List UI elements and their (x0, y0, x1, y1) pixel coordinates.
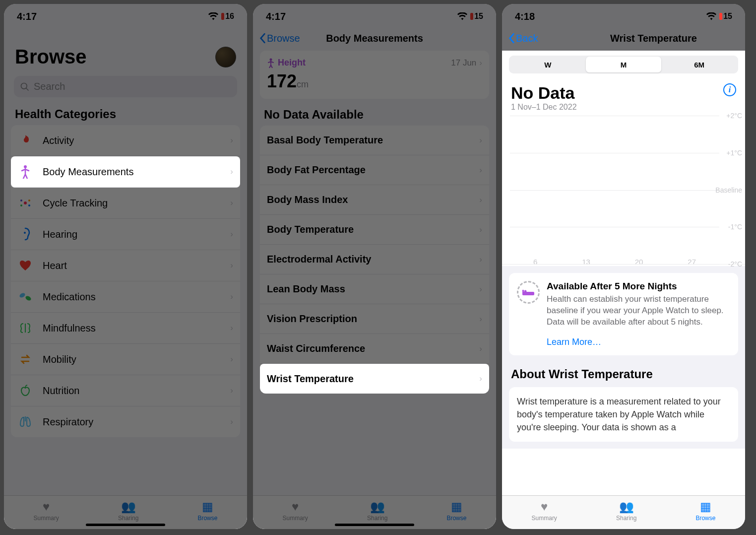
chart-title: No Data (511, 83, 574, 103)
category-activity[interactable]: Activity › (11, 125, 240, 156)
height-card[interactable]: Height 17 Jun › 172cm (260, 51, 489, 99)
category-label: Mobility (43, 354, 230, 365)
item-waist-circumference[interactable]: Waist Circumference › (260, 334, 489, 364)
item-body-fat-percentage[interactable]: Body Fat Percentage › (260, 155, 489, 185)
grid-icon: ▦ (451, 500, 462, 514)
pills-icon (18, 289, 33, 304)
learn-more-link[interactable]: Learn More… (547, 337, 730, 347)
wifi-icon (208, 12, 218, 20)
status-bar: 4:17 15 (253, 4, 496, 26)
item-label: Body Mass Index (267, 194, 479, 205)
chevron-right-icon: › (479, 374, 482, 384)
item-label: Electrodermal Activity (267, 254, 479, 265)
category-label: Nutrition (43, 385, 230, 397)
flame-icon (18, 133, 33, 148)
segment-w[interactable]: W (510, 57, 586, 72)
tab-summary[interactable]: ♥Summary (283, 500, 308, 526)
svg-point-11 (270, 58, 272, 61)
chevron-right-icon: › (479, 165, 482, 175)
home-indicator[interactable] (86, 524, 165, 526)
category-mindfulness[interactable]: Mindfulness › (11, 313, 240, 344)
chevron-right-icon: › (230, 292, 233, 302)
chevron-right-icon: › (479, 225, 482, 235)
info-button[interactable]: i (723, 83, 736, 96)
heart-icon (18, 258, 33, 273)
tab-browse[interactable]: ▦Browse (695, 500, 715, 526)
tab-browse[interactable]: ▦Browse (446, 500, 466, 526)
people-icon: 👥 (121, 500, 136, 514)
category-respiratory[interactable]: Respiratory › (11, 406, 240, 437)
item-body-mass-index[interactable]: Body Mass Index › (260, 185, 489, 215)
grid-icon: ▦ (700, 500, 711, 514)
wifi-icon (457, 12, 467, 20)
item-label: Vision Prescription (267, 313, 479, 325)
item-lean-body-mass[interactable]: Lean Body Mass › (260, 274, 489, 304)
segment-6m[interactable]: 6M (661, 57, 737, 72)
availability-card: Available After 5 More Nights Health can… (509, 273, 738, 355)
svg-point-5 (28, 200, 30, 201)
item-wrist-temperature[interactable]: Wrist Temperature › (260, 364, 489, 394)
gridline (510, 190, 719, 191)
category-hearing[interactable]: Hearing › (11, 219, 240, 250)
page-title: Browse (15, 46, 87, 68)
tab-browse[interactable]: ▦Browse (197, 500, 217, 526)
item-label: Lean Body Mass (267, 283, 479, 295)
tab-summary[interactable]: ♥Summary (34, 500, 59, 526)
arrows-icon (18, 352, 33, 367)
svg-point-7 (28, 204, 30, 206)
avatar[interactable] (215, 47, 236, 67)
item-body-temperature[interactable]: Body Temperature › (260, 215, 489, 245)
wifi-icon (706, 12, 716, 20)
chevron-right-icon: › (230, 323, 233, 333)
category-nutrition[interactable]: Nutrition › (11, 375, 240, 406)
category-mobility[interactable]: Mobility › (11, 344, 240, 375)
category-cycle-tracking[interactable]: Cycle Tracking › (11, 188, 240, 219)
category-heart[interactable]: Heart › (11, 250, 240, 281)
item-electrodermal-activity[interactable]: Electrodermal Activity › (260, 245, 489, 274)
back-button[interactable]: Back (508, 33, 538, 44)
about-title: About Wrist Temperature (509, 355, 738, 387)
battery-pill-icon (719, 13, 722, 20)
nav-bar: Back Wrist Temperature (502, 26, 745, 51)
tab-sharing[interactable]: 👥Sharing (367, 500, 387, 526)
lungs-icon (18, 414, 33, 429)
category-label: Medications (43, 291, 230, 303)
category-body-measurements[interactable]: Body Measurements › (11, 156, 240, 188)
y-tick-label: -1°C (728, 223, 742, 231)
nav-bar: Browse Body Measurements (253, 26, 496, 51)
chevron-right-icon: › (230, 198, 233, 208)
height-value: 172 (267, 71, 297, 91)
tab-sharing[interactable]: 👥Sharing (118, 500, 138, 526)
svg-line-1 (26, 88, 29, 90)
tab-sharing[interactable]: 👥Sharing (616, 500, 636, 526)
info-card-title: Available After 5 More Nights (547, 281, 730, 292)
search-input[interactable]: Search (14, 76, 237, 97)
item-vision-prescription[interactable]: Vision Prescription › (260, 304, 489, 334)
category-medications[interactable]: Medications › (11, 281, 240, 313)
chevron-right-icon: › (479, 135, 482, 145)
item-basal-body-temperature[interactable]: Basal Body Temperature › (260, 126, 489, 155)
body-icon (18, 164, 33, 179)
category-label: Body Measurements (43, 166, 230, 178)
tab-bar: ♥Summary 👥Sharing ▦Browse (502, 495, 745, 529)
chevron-right-icon: › (479, 58, 482, 68)
home-indicator[interactable] (335, 524, 414, 526)
nav-title: Wrist Temperature (610, 33, 697, 44)
chevron-right-icon: › (230, 167, 233, 177)
heart-icon: ♥ (541, 500, 548, 514)
y-tick-label: Baseline (715, 186, 742, 194)
svg-point-9 (19, 292, 26, 299)
svg-rect-12 (522, 292, 534, 295)
heart-icon: ♥ (43, 500, 50, 514)
category-label: Activity (43, 135, 230, 146)
status-time: 4:17 (17, 11, 37, 22)
segment-m[interactable]: M (586, 57, 662, 72)
back-button[interactable]: Browse (259, 33, 300, 44)
item-label: Wrist Temperature (267, 373, 479, 385)
tab-summary[interactable]: ♥Summary (532, 500, 557, 526)
chevron-right-icon: › (230, 386, 233, 396)
about-card: Wrist temperature is a measurement relat… (509, 387, 738, 442)
apple-icon (18, 383, 33, 398)
height-unit: cm (297, 79, 309, 89)
categories-list: Activity › Body Measurements › Cycle Tra… (11, 125, 240, 437)
